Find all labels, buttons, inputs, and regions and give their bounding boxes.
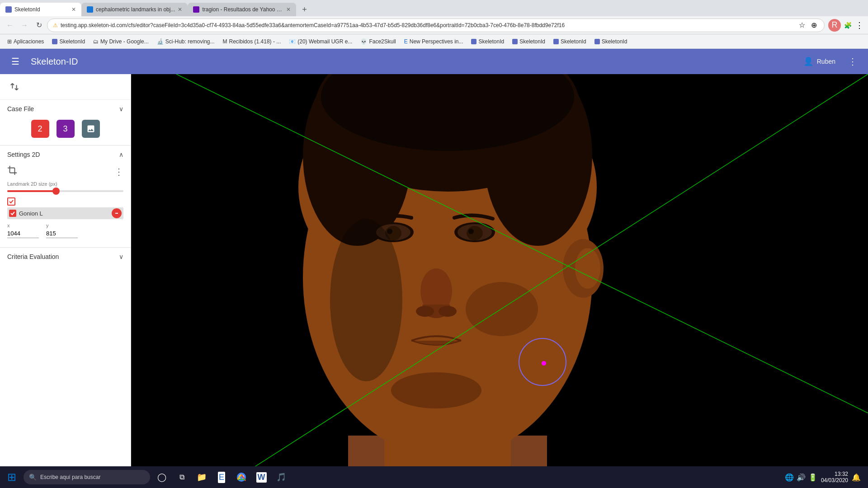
back-button[interactable]: ←	[4, 19, 16, 32]
extension-manager-icon[interactable]: 🧩	[843, 20, 853, 30]
taskbar-app-word[interactable]: W	[252, 468, 270, 486]
tab-close-ceph[interactable]: ✕	[178, 6, 182, 13]
face-render-svg	[131, 74, 868, 488]
hamburger-menu-button[interactable]: ☰	[7, 53, 24, 70]
taskbar-app-multitask[interactable]: ⧉	[173, 468, 191, 486]
bookmark-skeletonid-2[interactable]: SkeletonId	[467, 38, 508, 46]
bookmark-label: SkeletonId	[478, 38, 504, 45]
webmail-icon: 📧	[289, 38, 296, 45]
new-perspectives-icon: E	[404, 38, 408, 45]
taskbar-app-email[interactable]: E	[212, 468, 231, 486]
scihub-icon: 🔬	[157, 38, 164, 45]
bookmark-star-icon[interactable]: ☆	[797, 20, 807, 30]
svg-point-31	[542, 361, 546, 366]
visibility-checkbox[interactable]	[7, 197, 15, 206]
case-file-header[interactable]: Case File ∨	[0, 100, 131, 116]
crop-tool-button[interactable]	[7, 165, 17, 178]
settings-2d-content: ⋮ Landmark 2D size (px)	[0, 162, 131, 247]
new-tab-button[interactable]: +	[298, 3, 311, 16]
case-icon-img[interactable]	[82, 120, 100, 138]
address-bar: ← → ↻ ⚠ testing.app.skeleton-id.com/cfs/…	[0, 16, 868, 34]
bookmark-aplicaciones[interactable]: ⊞ Aplicaciones	[4, 38, 47, 46]
main-content: Case File ∨ 2 3 Settings 2D	[0, 74, 868, 488]
bookmark-skeletonid[interactable]: SkeletonId	[48, 38, 89, 46]
svg-point-26	[391, 372, 481, 408]
tab-ceph[interactable]: cephalometric landmarks in obj... ✕	[81, 3, 188, 16]
criteria-evaluation-chevron: ∨	[119, 253, 123, 260]
bookmark-scihub[interactable]: 🔬 Sci-Hub: removing...	[153, 38, 218, 46]
bookmark-face2skull[interactable]: 💀 Face2Skull	[357, 38, 399, 46]
taskbar-search[interactable]: 🔍 Escribe aquí para buscar	[24, 470, 150, 484]
landmark-remove-button[interactable]	[112, 208, 122, 218]
battery-icon[interactable]: 🔋	[808, 473, 817, 482]
start-button[interactable]: ⊞	[2, 467, 22, 487]
browser-chrome: SkeletonId ✕ cephalometric landmarks in …	[0, 0, 868, 49]
reload-button[interactable]: ↻	[33, 19, 45, 32]
date-display: 04/03/2020	[821, 477, 848, 483]
bookmark-skeletonid-5[interactable]: SkeletonId	[591, 38, 631, 46]
bookmark-gmail[interactable]: M Recibidos (1.418) - ...	[219, 38, 285, 46]
bookmarks-bar: ⊞ Aplicaciones SkeletonId 🗂 My Drive - G…	[0, 34, 868, 49]
bookmark-skeletonid-4[interactable]: SkeletonId	[550, 38, 590, 46]
case-file-section: Case File ∨ 2 3	[0, 100, 131, 145]
case-icon-3[interactable]: 3	[57, 120, 75, 138]
notifications-icon[interactable]: 🔔	[852, 473, 861, 482]
case-icon-2[interactable]: 2	[31, 120, 49, 138]
skeletonid-favicon-5	[594, 39, 600, 44]
forward-button[interactable]: →	[18, 19, 31, 32]
tab-close-skeleton[interactable]: ✕	[71, 6, 76, 13]
extension-icon[interactable]: ⊕	[809, 20, 819, 30]
criteria-evaluation-header[interactable]: Criteria Evaluation ∨	[0, 248, 131, 264]
taskbar-system-icons: 🌐 🔊 🔋	[785, 473, 817, 482]
svg-point-18	[387, 229, 392, 234]
svg-point-27	[330, 219, 402, 381]
svg-point-22	[468, 229, 474, 234]
settings-2d-header[interactable]: Settings 2D ∧	[0, 145, 131, 162]
skeletonid-favicon-4	[553, 39, 559, 44]
bookmark-new-perspectives[interactable]: E New Perspectives in...	[401, 38, 467, 46]
bookmark-label: Sci-Hub: removing...	[165, 38, 215, 45]
taskbar-app-explorer[interactable]: 📁	[193, 468, 211, 486]
explorer-icon: 📁	[197, 472, 207, 482]
criteria-evaluation-title: Criteria Evaluation	[7, 253, 59, 260]
slider-thumb[interactable]	[52, 188, 60, 195]
face2skull-icon: 💀	[360, 38, 367, 45]
tab-bar: SkeletonId ✕ cephalometric landmarks in …	[0, 0, 868, 16]
bookmark-label: SkeletonId	[519, 38, 545, 45]
svg-point-25	[439, 306, 457, 317]
x-label: x	[7, 223, 39, 228]
landmark-checkbox[interactable]	[9, 210, 16, 217]
network-icon[interactable]: 🌐	[785, 473, 794, 482]
taskbar-app-chrome[interactable]	[232, 468, 250, 486]
case-file-chevron: ∨	[119, 105, 123, 113]
windows-logo-icon: ⊞	[7, 471, 16, 483]
taskbar-app-music[interactable]: 🎵	[272, 468, 290, 486]
landmark-size-slider[interactable]	[7, 190, 123, 192]
skeletonid-favicon	[52, 39, 57, 44]
address-input[interactable]: ⚠ testing.app.skeleton-id.com/cfs/editor…	[47, 19, 825, 32]
x-input[interactable]	[7, 229, 39, 238]
taskbar-app-cortana[interactable]: ◯	[153, 468, 171, 486]
skeletonid-favicon-2	[471, 39, 476, 44]
swap-views-button[interactable]	[7, 80, 22, 94]
more-options-button[interactable]: ⋮	[844, 53, 861, 70]
tab-close-yahoo[interactable]: ✕	[286, 6, 291, 13]
slider-fill	[7, 190, 56, 192]
volume-icon[interactable]: 🔊	[797, 473, 806, 482]
bookmark-skeletonid-3[interactable]: SkeletonId	[509, 38, 549, 46]
bookmark-gdrive[interactable]: 🗂 My Drive - Google...	[90, 38, 152, 46]
user-button[interactable]: 👤 Ruben	[800, 55, 839, 68]
header-right: 👤 Ruben ⋮	[800, 53, 861, 70]
viewport[interactable]	[131, 74, 868, 488]
tab-skeleton[interactable]: SkeletonId ✕	[0, 3, 81, 16]
tab-yahoo[interactable]: tragion - Resultados de Yahoo E... ✕	[188, 3, 296, 16]
y-input[interactable]	[46, 229, 78, 238]
address-text: testing.app.skeleton-id.com/cfs/editor?c…	[61, 22, 794, 28]
bookmark-label: (20) Webmail UGR e...	[297, 38, 352, 45]
bookmark-webmail[interactable]: 📧 (20) Webmail UGR e...	[285, 38, 356, 46]
email-icon: E	[218, 472, 225, 483]
more-settings-button[interactable]: ⋮	[114, 166, 123, 177]
browser-menu-icon[interactable]: ⋮	[854, 20, 864, 30]
profile-icon[interactable]: R	[828, 19, 841, 32]
svg-point-21	[467, 226, 483, 240]
